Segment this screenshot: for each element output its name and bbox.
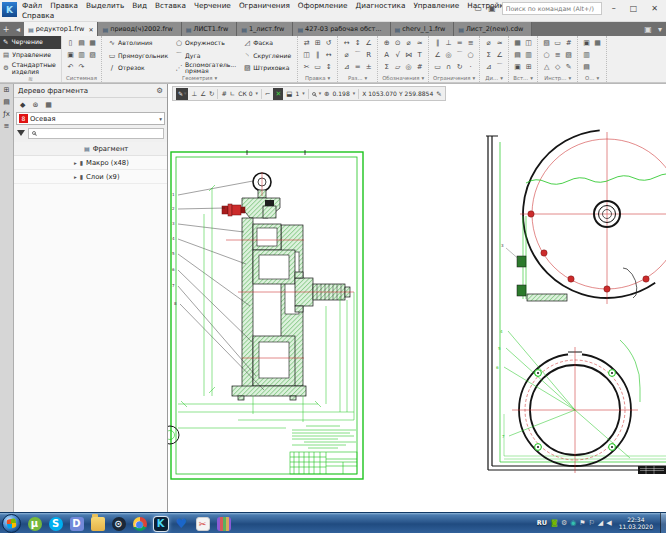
kompas-icon[interactable]: K xyxy=(150,515,171,533)
snaps-toggle-button[interactable]: ✕ xyxy=(273,88,283,100)
ribbon-tool-icon[interactable]: ▭ xyxy=(552,37,563,49)
ribbon-tool-icon[interactable]: ▦ xyxy=(592,37,603,49)
snipping-icon[interactable]: ✂ xyxy=(192,515,213,533)
ribbon-tool-icon[interactable]: ↔ xyxy=(323,49,334,61)
chevron-down-icon[interactable]: ▾ xyxy=(319,91,321,96)
scroll-tabs-left-button[interactable]: ◂ xyxy=(12,22,24,36)
tab-close-icon[interactable]: ✕ xyxy=(86,26,93,33)
ribbon-tool-icon[interactable]: ▥ xyxy=(76,49,87,61)
section-menu-icon[interactable]: ▾ xyxy=(473,75,476,81)
ribbon-tool-icon[interactable]: ⌒ xyxy=(454,49,465,61)
tree-item[interactable]: ▸ ▮ Макро (x48) xyxy=(14,156,167,170)
ribbon-tool-icon[interactable]: ∠ xyxy=(494,49,505,61)
ribbon-tool-icon[interactable]: ± xyxy=(363,61,374,73)
ribbon-tool-icon[interactable]: ∠ xyxy=(432,49,443,61)
document-tab[interactable]: ▤ Лист_2(new).cdw xyxy=(454,22,532,36)
menu-item[interactable]: Вставка xyxy=(155,1,186,10)
ribbon-tool-icon[interactable]: ▦ xyxy=(87,37,98,49)
ribbon-tool-icon[interactable]: ○ xyxy=(541,49,552,61)
menu-item[interactable]: Вид xyxy=(132,1,147,10)
ribbon-tool-icon[interactable]: ⌀ xyxy=(483,37,494,49)
ribbon-tool-icon[interactable]: = xyxy=(352,61,363,73)
section-menu-icon[interactable]: ▾ xyxy=(530,75,533,81)
tab-list-button[interactable]: ▣ xyxy=(642,22,654,36)
menu-item[interactable]: Справка xyxy=(22,11,54,20)
network-tray-icon[interactable]: ◢ xyxy=(598,520,603,527)
utorrent-icon[interactable]: µ xyxy=(24,515,45,533)
ribbon-tool-icon[interactable]: ∥ xyxy=(312,49,323,61)
ribbon-tool-icon[interactable]: ↕ xyxy=(323,61,334,73)
ribbon-tool-icon[interactable]: ≡ xyxy=(552,49,563,61)
rotate-snap-icon[interactable]: ↻ xyxy=(209,90,214,98)
ribbon-tool-icon[interactable]: Σ xyxy=(483,49,494,61)
menu-item[interactable]: Управление xyxy=(413,1,459,10)
ribbon-category-tab[interactable]: ⚙ Стандартные изделия xyxy=(0,62,61,75)
section-menu-icon[interactable]: ▾ xyxy=(328,75,331,81)
explorer-icon[interactable] xyxy=(87,515,108,533)
menu-item[interactable]: Файл xyxy=(22,1,42,10)
right-sheet[interactable]: 3 xyxy=(486,130,666,474)
filter-icon[interactable] xyxy=(17,130,25,136)
ribbon-tool-icon[interactable]: · xyxy=(465,61,476,73)
chevron-down-icon[interactable]: ▾ xyxy=(256,91,258,96)
ribbon-tool-icon[interactable]: ▭ xyxy=(432,61,443,73)
ribbon-tool-icon[interactable]: ⊞ xyxy=(523,61,534,73)
ribbon-tool-icon[interactable]: ⋈ xyxy=(403,49,414,61)
ribbon-tool-icon[interactable]: △ xyxy=(541,61,552,73)
menu-item[interactable]: Оформление xyxy=(298,1,348,10)
refresh-tool-icon[interactable]: ⊛ xyxy=(32,101,38,109)
discord-icon[interactable]: D xyxy=(66,515,87,533)
show-desktop-button[interactable] xyxy=(660,513,666,533)
ribbon-tool-icon[interactable]: ⊕ xyxy=(381,37,392,49)
ribbon-tool-icon[interactable]: ▤ xyxy=(512,49,523,61)
start-button[interactable] xyxy=(2,514,21,533)
coordinate-system-select[interactable]: СК 0 xyxy=(238,90,252,97)
corner-mode-icon[interactable]: ⌐ xyxy=(265,90,270,98)
window-layout-icon[interactable]: ▭ xyxy=(475,4,483,13)
ribbon-tool-icon[interactable]: ◎ xyxy=(443,49,454,61)
geometry-tool-button[interactable]: ▭ Прямоугольник xyxy=(108,50,168,63)
screenshot-icon[interactable]: ▣ xyxy=(488,4,496,13)
ribbon-tool-icon[interactable]: ≈ xyxy=(494,37,505,49)
menu-item[interactable]: Черчение xyxy=(194,1,231,10)
ribbon-tool-icon[interactable]: ◫ xyxy=(301,49,312,61)
steam-icon[interactable]: ⊙ xyxy=(108,515,129,533)
minimize-button[interactable]: – xyxy=(608,4,620,13)
menu-item[interactable]: Выделить xyxy=(86,1,124,10)
ribbon-tool-icon[interactable]: # xyxy=(563,37,574,49)
ribbon-collapse-icon[interactable]: ≋ xyxy=(0,75,61,83)
ribbon-category-tab[interactable]: ▤ Управление xyxy=(0,49,61,62)
section-menu-icon[interactable]: ▾ xyxy=(568,75,571,81)
zoom-icon[interactable]: ⊕ xyxy=(324,90,329,98)
chevron-down-icon[interactable]: ▾ xyxy=(159,116,164,122)
chrome-icon[interactable]: ● xyxy=(129,515,150,533)
section-menu-icon[interactable]: ▾ xyxy=(365,75,368,81)
language-indicator[interactable]: RU xyxy=(537,519,547,527)
geometry-tool-button[interactable]: ◝ Скругление xyxy=(243,50,291,63)
ribbon-tool-icon[interactable]: ▥ xyxy=(523,49,534,61)
layer-select[interactable]: 1 xyxy=(295,90,299,97)
ribbon-tool-icon[interactable]: ↺ xyxy=(323,37,334,49)
document-tab[interactable]: ▤ ЛИСТ1.frw xyxy=(182,22,237,36)
document-tab[interactable]: ▤ редуктор1.frw ✕ xyxy=(24,22,98,36)
ribbon-tool-icon[interactable]: Σ xyxy=(381,61,392,73)
security-tray-icon[interactable]: ⚑ xyxy=(579,520,585,527)
section-menu-icon[interactable]: ▾ xyxy=(215,75,218,81)
ribbon-tool-icon[interactable]: ⊞ xyxy=(312,37,323,49)
ribbon-tool-icon[interactable]: ⌀ xyxy=(403,37,414,49)
ribbon-tool-icon[interactable]: ▭ xyxy=(312,61,323,73)
ribbon-tool-icon[interactable]: ◫ xyxy=(523,37,534,49)
layers-icon[interactable]: ⬓ xyxy=(286,90,292,98)
clock[interactable]: 22:34 11.03.2020 xyxy=(616,516,656,530)
expand-arrow-icon[interactable]: ▸ xyxy=(74,174,77,180)
ribbon-tool-icon[interactable]: T xyxy=(414,49,425,61)
chevron-down-icon[interactable]: ▾ xyxy=(353,91,355,96)
ribbon-tool-icon[interactable]: ≈ xyxy=(414,37,425,49)
drawing-viewport[interactable]: 1 2 3 4 5 6 7 8 xyxy=(168,84,666,513)
image-tool-icon[interactable]: ▦ xyxy=(45,101,52,109)
command-search-input[interactable] xyxy=(502,2,602,15)
flag-tray-icon[interactable]: ⚐ xyxy=(589,520,595,527)
ribbon-tool-icon[interactable]: ⌒ xyxy=(352,49,363,61)
ribbon-tool-icon[interactable]: ▥ xyxy=(581,49,592,61)
ribbon-tool-icon[interactable]: ⊿ xyxy=(483,61,494,73)
